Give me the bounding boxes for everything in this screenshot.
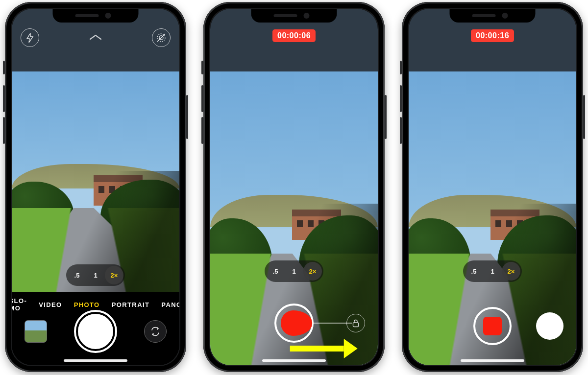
notch [251, 9, 337, 23]
flash-toggle[interactable] [21, 28, 39, 47]
side-button[interactable] [583, 95, 585, 139]
volume-up-button[interactable] [201, 85, 203, 112]
mute-switch[interactable] [201, 61, 203, 74]
mute-switch[interactable] [3, 61, 5, 74]
video-record-bar [409, 305, 576, 347]
zoom-0-5x[interactable]: .5 [465, 262, 483, 281]
flash-icon [26, 33, 34, 43]
recording-timer: 00:00:06 [272, 29, 316, 42]
phone-frame-3: 00:00:16 .5 1 2× [402, 2, 583, 372]
live-photos-toggle[interactable] [152, 28, 171, 47]
shutter-button[interactable] [76, 312, 115, 351]
zoom-selector[interactable]: .5 1 2× [265, 260, 323, 282]
viewfinder[interactable]: .5 1 2× [12, 71, 179, 292]
screen: .5 1 2× SLO-MO VIDEO PHOTO PORTRAIT PANO [12, 9, 179, 365]
svg-rect-3 [353, 323, 359, 327]
lock-icon [352, 319, 359, 328]
zoom-2x[interactable]: 2× [105, 266, 123, 284]
zoom-0-5x[interactable]: .5 [68, 266, 86, 284]
zoom-1x[interactable]: 1 [285, 262, 303, 281]
zoom-1x[interactable]: 1 [483, 262, 502, 281]
mode-photo[interactable]: PHOTO [74, 301, 100, 308]
home-indicator[interactable] [64, 359, 127, 362]
mode-portrait[interactable]: PORTRAIT [112, 301, 150, 308]
flip-camera-icon [150, 326, 161, 337]
zoom-selector[interactable]: .5 1 2× [66, 264, 125, 286]
camera-mode-carousel[interactable]: SLO-MO VIDEO PHOTO PORTRAIT PANO [12, 297, 179, 312]
home-indicator[interactable] [262, 359, 326, 362]
zoom-2x[interactable]: 2× [303, 262, 322, 281]
phone-frame-1: .5 1 2× SLO-MO VIDEO PHOTO PORTRAIT PANO [5, 2, 186, 372]
mode-slomo[interactable]: SLO-MO [12, 297, 27, 312]
zoom-1x[interactable]: 1 [86, 266, 105, 284]
side-button[interactable] [385, 95, 387, 139]
volume-up-button[interactable] [3, 85, 5, 112]
zoom-0-5x[interactable]: .5 [266, 262, 285, 281]
notch [450, 9, 536, 23]
volume-down-button[interactable] [201, 117, 203, 144]
volume-down-button[interactable] [3, 117, 5, 144]
stop-recording-button[interactable] [473, 307, 512, 345]
camera-control-bar [12, 305, 179, 365]
volume-down-button[interactable] [400, 117, 402, 144]
notch [53, 9, 139, 23]
home-indicator[interactable] [461, 359, 524, 362]
quicktake-lock-target[interactable] [346, 314, 365, 332]
camera-flip-button[interactable] [144, 320, 167, 343]
mute-switch[interactable] [400, 61, 402, 74]
expand-controls-caret[interactable] [89, 34, 102, 40]
screen: 00:00:06 .5 1 2× [210, 9, 378, 365]
live-off-icon [156, 32, 167, 43]
volume-up-button[interactable] [400, 85, 402, 112]
capture-still-button[interactable] [536, 312, 564, 340]
mode-video[interactable]: VIDEO [39, 301, 62, 308]
side-button[interactable] [186, 95, 188, 139]
recording-timer: 00:00:16 [471, 29, 514, 42]
screen: 00:00:16 .5 1 2× [409, 9, 576, 365]
mode-pano[interactable]: PANO [161, 301, 179, 308]
last-photo-thumbnail[interactable] [24, 320, 47, 343]
phone-frame-2: 00:00:06 .5 1 2× [203, 2, 385, 372]
gesture-arrow-annotation [290, 339, 358, 358]
quicktake-slider[interactable] [210, 304, 378, 343]
chevron-up-icon [89, 34, 102, 40]
zoom-2x[interactable]: 2× [502, 262, 520, 281]
zoom-selector[interactable]: .5 1 2× [463, 260, 522, 282]
